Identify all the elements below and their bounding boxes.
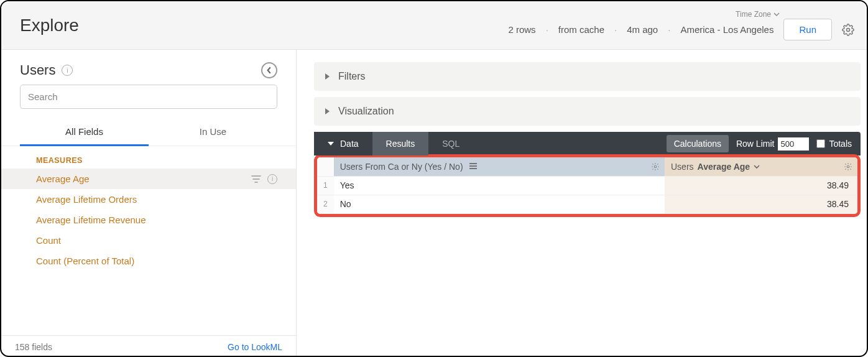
search-input[interactable] xyxy=(20,85,277,109)
main-panel: Filters Visualization Data Results xyxy=(297,50,867,357)
gear-icon xyxy=(842,24,854,36)
status-age: 4m ago xyxy=(627,24,658,35)
settings-button[interactable] xyxy=(842,24,854,36)
measure-average-lifetime-orders[interactable]: Average Lifetime Orders xyxy=(1,189,296,210)
cell-measure[interactable]: 38.45 xyxy=(665,195,857,213)
column-menu-button[interactable] xyxy=(651,162,660,171)
row-limit-label: Row Limit xyxy=(736,139,774,149)
table-row[interactable]: 2 No 38.45 xyxy=(317,195,857,213)
cell-dimension[interactable]: No xyxy=(334,195,665,213)
svg-point-1 xyxy=(654,165,657,168)
rownum-header xyxy=(317,157,334,176)
results-highlight-box: Users From Ca or Ny (Yes / No) xyxy=(314,154,861,217)
tab-all-fields[interactable]: All Fields xyxy=(20,118,149,146)
svg-point-2 xyxy=(847,165,849,168)
chevron-down-icon xyxy=(773,11,780,17)
sort-desc-icon xyxy=(754,164,760,170)
results-tab-label: Results xyxy=(386,139,415,149)
table-row[interactable]: 1 Yes 38.49 xyxy=(317,176,857,195)
results-tab[interactable]: Results xyxy=(372,132,429,155)
dimension-column-label: Users From Ca or Ny (Yes / No) xyxy=(340,162,463,172)
collapse-sidebar-button[interactable] xyxy=(261,62,277,78)
timezone-selector[interactable]: Time Zone xyxy=(736,10,780,19)
timezone-label: Time Zone xyxy=(736,10,771,19)
filters-label: Filters xyxy=(338,71,366,82)
totals-toggle[interactable]: Totals xyxy=(816,139,852,149)
results-table: Users From Ca or Ny (Yes / No) xyxy=(317,157,857,214)
filters-section[interactable]: Filters xyxy=(314,62,861,91)
measure-label: Average Age xyxy=(36,174,90,184)
totals-checkbox[interactable] xyxy=(816,139,825,148)
run-button[interactable]: Run xyxy=(783,19,832,40)
measure-count[interactable]: Count xyxy=(1,230,296,251)
gear-icon xyxy=(651,162,660,171)
measures-heading: MEASURES xyxy=(1,146,296,169)
status-rows: 2 rows xyxy=(508,24,535,35)
tab-in-use[interactable]: In Use xyxy=(149,118,277,146)
totals-label: Totals xyxy=(829,139,852,149)
measure-label: Average Lifetime Orders xyxy=(36,194,137,205)
measure-prefix: Users xyxy=(671,162,694,172)
caret-down-icon xyxy=(328,142,334,146)
column-header-measure[interactable]: Users Average Age xyxy=(665,157,857,176)
sql-tab-label: SQL xyxy=(442,139,459,149)
visualization-label: Visualization xyxy=(338,106,394,117)
chevron-left-icon xyxy=(265,67,273,74)
measure-average-lifetime-revenue[interactable]: Average Lifetime Revenue xyxy=(1,210,296,230)
row-number: 2 xyxy=(317,195,334,213)
caret-right-icon xyxy=(325,108,330,114)
measure-label: Count xyxy=(36,235,61,246)
info-icon[interactable]: i xyxy=(62,65,73,76)
row-limit-input[interactable] xyxy=(778,137,809,151)
gear-icon xyxy=(844,162,852,171)
status-tz: America - Los Angeles xyxy=(680,24,773,35)
measure-label: Average Lifetime Revenue xyxy=(36,215,146,225)
sql-tab[interactable]: SQL xyxy=(428,132,473,155)
field-picker-sidebar: Users i All Fields In Use MEASURES Avera… xyxy=(1,50,297,357)
cell-dimension[interactable]: Yes xyxy=(334,176,665,195)
pivot-icon[interactable] xyxy=(469,162,478,172)
measure-name: Average Age xyxy=(698,162,750,172)
svg-point-0 xyxy=(847,28,850,31)
measure-label: Count (Percent of Total) xyxy=(36,256,134,266)
column-menu-button[interactable] xyxy=(844,162,852,171)
row-number: 1 xyxy=(317,176,334,195)
measure-count-percent-total[interactable]: Count (Percent of Total) xyxy=(1,251,296,271)
data-section-bar: Data Results SQL Calculations Row Limit xyxy=(314,132,861,155)
page-title: Explore xyxy=(20,16,79,35)
header-bar: Explore Time Zone 2 rows · from cache · … xyxy=(1,1,867,50)
field-count: 158 fields xyxy=(15,342,52,352)
data-tab[interactable]: Data xyxy=(314,132,372,155)
data-tab-label: Data xyxy=(340,139,359,149)
calculations-button[interactable]: Calculations xyxy=(667,135,729,152)
go-to-lookml-link[interactable]: Go to LookML xyxy=(228,342,282,352)
filter-icon[interactable] xyxy=(251,175,261,183)
visualization-section[interactable]: Visualization xyxy=(314,97,861,126)
cell-measure[interactable]: 38.49 xyxy=(665,176,857,195)
caret-right-icon xyxy=(325,73,330,80)
measure-average-age[interactable]: Average Age i xyxy=(1,169,296,189)
column-header-dimension[interactable]: Users From Ca or Ny (Yes / No) xyxy=(334,157,665,176)
explore-name: Users xyxy=(20,62,55,78)
info-icon[interactable]: i xyxy=(267,174,277,184)
query-status: 2 rows · from cache · 4m ago · America -… xyxy=(508,24,773,35)
status-cache: from cache xyxy=(558,24,604,35)
